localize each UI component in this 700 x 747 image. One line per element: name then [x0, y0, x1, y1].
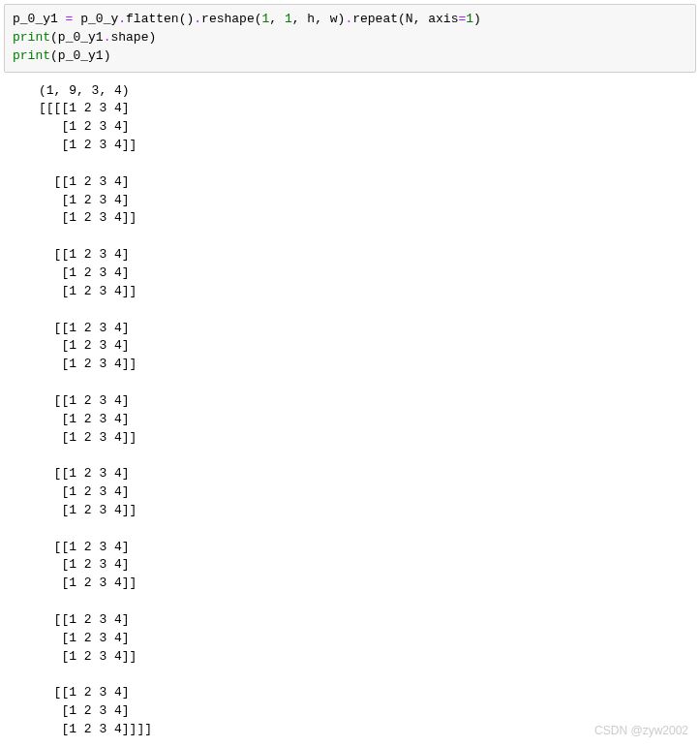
token-paren: (	[50, 30, 58, 45]
token-var: N	[406, 12, 413, 26]
token-var: p_0_y1	[58, 48, 104, 63]
token-builtin: print	[13, 48, 50, 63]
token-paren: (	[50, 48, 58, 63]
token-var: p_0_y1	[58, 30, 104, 45]
token-comma: ,	[315, 12, 330, 26]
token-number: 1	[466, 12, 473, 26]
token-comma: ,	[292, 12, 308, 26]
token-kw: axis	[428, 12, 458, 26]
code-line-1: p_0_y1 = p_0_y.flatten().reshape(1, 1, h…	[13, 11, 687, 29]
token-method: repeat	[352, 12, 398, 26]
token-var: p_0_y	[73, 12, 118, 26]
token-method: reshape	[201, 12, 255, 26]
token-var: h	[307, 12, 315, 26]
token-op: .	[118, 12, 126, 26]
token-paren: )	[148, 30, 156, 45]
token-var: p_0_y1	[13, 12, 66, 26]
token-paren: )	[473, 12, 481, 26]
code-cell: p_0_y1 = p_0_y.flatten().reshape(1, 1, h…	[4, 4, 696, 73]
token-number: 1	[285, 12, 292, 26]
output-cell: (1, 9, 3, 4) [[[[1 2 3 4] [1 2 3 4] [1 2…	[4, 80, 696, 741]
token-paren: )	[104, 48, 111, 63]
token-method: flatten	[126, 12, 179, 26]
token-paren: (	[255, 12, 262, 26]
token-paren: (	[398, 12, 406, 26]
token-comma: ,	[413, 12, 429, 26]
token-op: .	[194, 12, 201, 26]
token-var: w	[330, 12, 338, 26]
token-attr: shape	[110, 30, 148, 45]
code-line-2: print(p_0_y1.shape)	[13, 29, 687, 47]
code-line-3: print(p_0_y1)	[13, 47, 687, 66]
token-comma: ,	[269, 12, 285, 26]
token-builtin: print	[13, 30, 50, 45]
